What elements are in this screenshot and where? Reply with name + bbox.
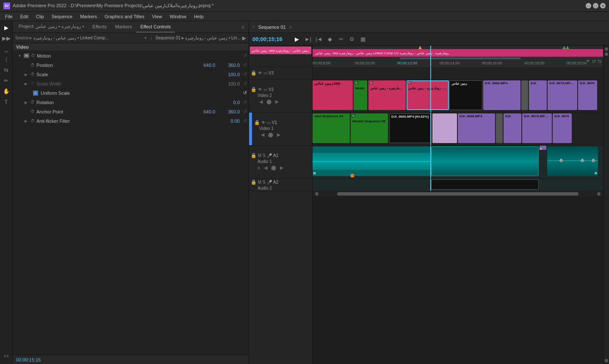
menu-help[interactable]: Help	[191, 13, 207, 20]
maximize-button[interactable]: □	[593, 3, 598, 8]
menu-file[interactable]: File	[2, 13, 16, 20]
ec-position-stopwatch[interactable]: ⏱	[30, 63, 35, 67]
v1-toggle-icon[interactable]: ▭	[267, 120, 271, 125]
in-point-marker[interactable]	[418, 46, 422, 49]
ec-position-x[interactable]: 640.0	[194, 63, 215, 68]
tl-timecode[interactable]: 00;00;15;16	[252, 36, 291, 42]
panel-menu-icon[interactable]: ≡	[239, 24, 247, 30]
v2-add-icon[interactable]: ⬤	[266, 99, 272, 105]
a2-mic-icon[interactable]: 🎤	[267, 180, 272, 185]
close-button[interactable]: ✕	[600, 3, 606, 8]
ec-motion-toggle[interactable]: ▼	[18, 54, 22, 58]
ec-anchor-reset[interactable]: ↺	[243, 109, 247, 114]
scroll-left-dot[interactable]	[315, 192, 318, 196]
ec-rotation-expand[interactable]: ▶	[25, 100, 29, 105]
v2-next-icon[interactable]: ▶	[274, 99, 280, 105]
ruler-ticks[interactable]: 00;00;8;00 00;00;10;00 00;00;12;00 00;00…	[313, 57, 603, 66]
ec-antiflicker-reset[interactable]: ↺	[243, 118, 247, 124]
menu-view[interactable]: View	[149, 13, 166, 20]
v2-clip-1[interactable]: زمین عباس.aep	[313, 80, 353, 110]
ec-anchor-y[interactable]: 360.0	[219, 109, 240, 114]
tl-settings-button[interactable]: ⚙	[347, 35, 357, 44]
a2-mute-icon[interactable]: M	[258, 180, 261, 185]
menu-markers[interactable]: Markers	[77, 13, 100, 20]
v2-clip-5[interactable]: DJI_0666.MP4	[483, 80, 520, 110]
track-select-tool-icon[interactable]: ▶▶	[2, 33, 11, 43]
v1-eye-icon[interactable]: 👁	[261, 120, 266, 125]
ec-uniform-scale-checkbox[interactable]	[33, 91, 38, 96]
time-ruler[interactable]: زمین عباس .aep زمین عباس - رونبارچیرە Li…	[313, 46, 603, 67]
ec-antiflicker-value[interactable]: 0.00	[219, 119, 240, 124]
sort-icon[interactable]: ⇄	[592, 58, 596, 64]
tab-effect-controls[interactable]: Effect Controls	[136, 21, 175, 33]
menu-graphics[interactable]: Graphics and Titles	[101, 13, 148, 20]
ec-scale-expand[interactable]: ▶	[25, 72, 29, 77]
tl-razor-button[interactable]: ✂	[336, 35, 346, 44]
v1-clip-8[interactable]: DJI_0676	[553, 113, 572, 143]
v2-clip-4[interactable]: fx رونبارچیرە - زمین عباس - Linked Comp …	[407, 80, 449, 110]
v2-clip-2[interactable]: fx Neste	[354, 80, 367, 110]
tab-effects[interactable]: Effects	[88, 21, 111, 33]
ec-scale-width-expand[interactable]: ▶	[25, 82, 29, 86]
v2-clip-black[interactable]: زمین عباس	[449, 80, 482, 110]
a1-audio-clip-3[interactable]: R	[547, 146, 598, 176]
sequence-panel-menu[interactable]: ≡	[289, 25, 292, 30]
ec-timecode[interactable]: 00;00;15;16	[16, 357, 41, 362]
ec-scale-width-reset[interactable]: ↺	[243, 81, 247, 86]
a1-prev-icon[interactable]: ◀	[262, 165, 269, 171]
out-point-marker-left[interactable]	[562, 46, 566, 49]
a1-add-icon[interactable]: ⬤	[270, 165, 277, 171]
menu-clip[interactable]: Clip	[33, 13, 47, 20]
sequence-panel-close[interactable]: ×	[252, 25, 255, 29]
ripple-edit-tool-icon[interactable]: ⎯	[2, 44, 11, 53]
a2-black-clip[interactable]	[431, 179, 539, 190]
v1-clip-7[interactable]: DJI_067S.MP4 [88.19%]	[522, 113, 552, 143]
a1-level[interactable]: 0.	[257, 166, 261, 170]
v1-clip-1[interactable]: sted Sequence 04	[313, 113, 350, 143]
ec-rotation-reset[interactable]: ↺	[243, 99, 247, 105]
type-tool-icon[interactable]: T	[2, 97, 11, 106]
ec-motion-stopwatch[interactable]: ⏱	[31, 53, 35, 58]
ec-scale-stopwatch[interactable]: ⏱	[30, 72, 35, 77]
ec-scale-reset[interactable]: ↺	[243, 72, 247, 77]
menu-edit[interactable]: Edit	[17, 13, 32, 20]
minimize-button[interactable]: ─	[586, 3, 591, 8]
a2-lock-icon[interactable]: 🔒	[251, 179, 257, 185]
v2-prev-icon[interactable]: ◀	[257, 99, 264, 105]
selection-tool-icon[interactable]: ▶	[2, 23, 11, 32]
v1-clip-2[interactable]: fx Nested Sequence 05	[351, 113, 388, 143]
v1-next-icon[interactable]: ▶	[275, 132, 282, 138]
filter-icon[interactable]: ▼	[586, 58, 590, 64]
ec-antiflicker-stopwatch[interactable]: ⏱	[30, 119, 35, 123]
a1-audio-clip-2[interactable]	[431, 146, 539, 176]
a1-next-icon[interactable]: ▶	[278, 165, 285, 171]
ec-uniform-scale-reset[interactable]: ↺	[243, 90, 247, 96]
source-play-button[interactable]: ▶	[242, 35, 246, 41]
v2-clip-6[interactable]: DJI_	[529, 80, 547, 110]
v1-lock-icon[interactable]: 🔒	[254, 120, 260, 125]
source-dropdown-arrow[interactable]: ▼	[144, 36, 147, 40]
hand-tool-icon[interactable]: ✋	[2, 86, 11, 96]
v2-lock-icon[interactable]: 🔒	[251, 87, 257, 92]
v2-clip-8[interactable]: DJI_0676	[578, 80, 597, 110]
v1-add-icon[interactable]: ⬤	[267, 132, 274, 138]
bottom-scrollbar[interactable]	[313, 191, 603, 196]
a1-mic-icon[interactable]: 🎤	[267, 153, 272, 158]
tl-step-back-button[interactable]: |◄	[314, 35, 324, 44]
v2-eye-icon[interactable]: 👁	[258, 87, 262, 92]
pen-tool-icon[interactable]: ✏	[2, 76, 11, 85]
out-point-marker-right[interactable]	[566, 46, 569, 49]
ec-rotation-stopwatch[interactable]: ⏱	[30, 100, 35, 105]
ec-position-reset[interactable]: ↺	[243, 62, 247, 68]
a1-audio-clip-1[interactable]: R	[313, 146, 430, 176]
tab-project[interactable]: Project: رونبارچیرە • زمین عباس •	[14, 21, 88, 33]
a1-solo-icon[interactable]: S	[263, 153, 266, 158]
tl-play-button[interactable]: ▶	[292, 35, 302, 44]
v1-prev-icon[interactable]: ◀	[259, 132, 266, 138]
v3-lock-icon[interactable]: 🔒	[251, 70, 257, 76]
v2-clip-3[interactable]: fx رونبارچیرە - زمین عباس Linked C	[368, 80, 406, 110]
v2-toggle-icon[interactable]: ▭	[263, 87, 267, 92]
tl-marker-button[interactable]: ◆	[325, 35, 335, 44]
ec-anchor-stopwatch[interactable]: ⏱	[30, 109, 35, 114]
v3-eye-icon[interactable]: 👁	[258, 71, 262, 75]
